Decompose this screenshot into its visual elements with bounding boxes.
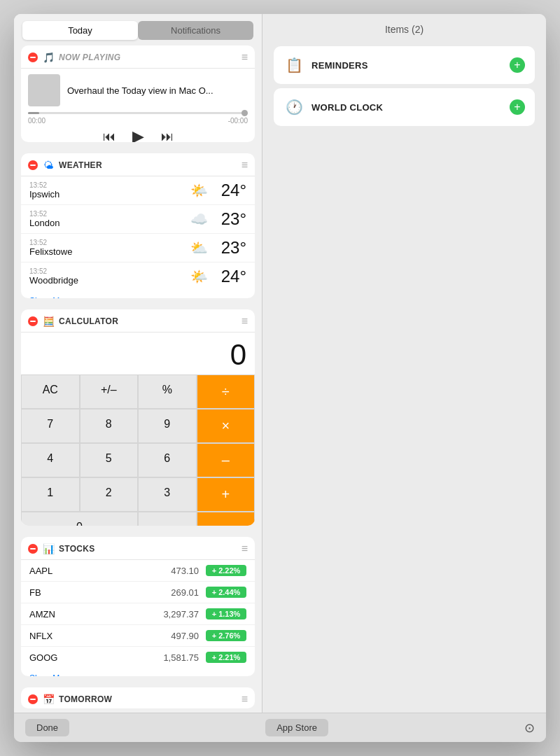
remove-tomorrow-btn[interactable] (28, 694, 38, 704)
stock-symbol: GOOG (29, 652, 163, 663)
stocks-widget: 📊 STOCKS ≡ AAPL 473.10 + 2.22% FB 269.01… (21, 537, 255, 676)
calc-btn-[interactable]: % (138, 374, 197, 409)
calculator-header: 🧮 CALCULATOR ≡ (21, 309, 255, 332)
stock-row: GOOG 1,581.75 + 2.21% (21, 647, 255, 668)
weather-city: Woodbridge (29, 275, 183, 286)
right-widgets: 📋 REMINDERS + 🕐 WORLD CLOCK + (262, 42, 546, 130)
calc-btn-9[interactable]: 9 (138, 409, 197, 443)
done-button[interactable]: Done (25, 719, 69, 736)
weather-row: 13:52 Ipswich 🌤️ 24° (21, 176, 255, 205)
stock-row: AAPL 473.10 + 2.22% (21, 560, 255, 582)
tomorrow-icon: 📅 (42, 693, 55, 706)
remove-calculator-btn[interactable] (28, 316, 38, 326)
progress-bar[interactable] (28, 112, 248, 114)
stock-change: + 2.22% (206, 565, 246, 576)
calc-btn-2[interactable]: 2 (80, 477, 139, 512)
calc-btn-7[interactable]: 7 (21, 409, 80, 443)
tomorrow-menu[interactable]: ≡ (241, 694, 248, 705)
time-start: 00:00 (28, 117, 46, 125)
rewind-btn[interactable]: ⏮ (103, 130, 115, 142)
weather-location: 13:52 Ipswich (29, 181, 183, 200)
stock-price: 473.10 (171, 566, 199, 576)
calculator-menu[interactable]: ≡ (241, 316, 248, 327)
calc-btn-1[interactable]: 1 (21, 477, 80, 512)
right-widget-item: 📋 REMINDERS + (274, 46, 535, 84)
stock-change: + 2.44% (206, 587, 246, 598)
weather-row: 13:52 Woodbridge 🌤️ 24° (21, 262, 255, 290)
add-widget-btn[interactable]: + (510, 99, 525, 115)
now-playing-widget: 🎵 NOW PLAYING ≡ Overhaul the Today view … (21, 46, 255, 142)
settings-icon[interactable]: ⊙ (524, 720, 535, 736)
stocks-show-more[interactable]: Show More... (21, 668, 255, 676)
album-art (28, 74, 60, 106)
calc-btn-3[interactable]: 3 (138, 477, 197, 512)
items-header: Items (2) (262, 14, 546, 42)
weather-menu[interactable]: ≡ (241, 160, 248, 171)
tabs-container: Today Notifications (14, 14, 262, 40)
weather-condition-icon: ☁️ (190, 211, 208, 227)
stock-change: + 2.21% (206, 652, 246, 663)
calc-btn-0[interactable]: 0 (21, 512, 138, 526)
weather-time: 13:52 (29, 181, 183, 189)
calc-btn-8[interactable]: 8 (80, 409, 139, 443)
app-store-button[interactable]: App Store (265, 719, 328, 736)
calculator-widget: 🧮 CALCULATOR ≡ 0 AC+/–%÷789×456–123+0.= (21, 309, 255, 526)
time-labels: 00:00 -00:00 (28, 117, 248, 125)
weather-city: Ipswich (29, 189, 183, 200)
calc-btn-4[interactable]: 4 (21, 443, 80, 477)
calc-btn-[interactable]: +/– (80, 374, 139, 409)
tomorrow-header: 📅 TOMORROW ≡ (21, 687, 255, 708)
play-btn[interactable]: ▶ (132, 129, 144, 142)
now-playing-menu[interactable]: ≡ (241, 52, 248, 63)
weather-condition-icon: ⛅ (190, 239, 208, 256)
right-widget-icon: 📋 (284, 55, 304, 76)
weather-condition-icon: 🌤️ (190, 182, 208, 199)
calc-btn-[interactable]: ÷ (197, 374, 255, 409)
weather-city: Felixstowe (29, 246, 183, 257)
stock-rows: AAPL 473.10 + 2.22% FB 269.01 + 2.44% AM… (21, 560, 255, 668)
weather-location: 13:52 Felixstowe (29, 239, 183, 257)
remove-now-playing-btn[interactable] (28, 52, 38, 62)
stocks-menu[interactable]: ≡ (241, 543, 248, 554)
now-playing-title: NOW PLAYING (59, 52, 241, 62)
right-widget-item: 🕐 WORLD CLOCK + (274, 88, 535, 126)
calc-btn-[interactable]: = (197, 512, 255, 526)
right-widget-icon: 🕐 (284, 97, 304, 118)
tomorrow-widget: 📅 TOMORROW ≡ (21, 687, 255, 708)
calc-btn-[interactable]: × (197, 409, 255, 443)
calc-btn-6[interactable]: 6 (138, 443, 197, 477)
calc-btn-AC[interactable]: AC (21, 374, 80, 409)
stock-price: 497.90 (171, 631, 199, 641)
weather-rows: 13:52 Ipswich 🌤️ 24° 13:52 London ☁️ 23°… (21, 176, 255, 290)
time-end: -00:00 (228, 117, 248, 125)
remove-stocks-btn[interactable] (28, 544, 38, 554)
calc-btn-[interactable]: + (197, 477, 255, 512)
weather-title: WEATHER (59, 160, 241, 170)
forward-btn[interactable]: ⏭ (161, 130, 174, 142)
remove-weather-btn[interactable] (28, 160, 38, 170)
weather-temperature: 24° (215, 267, 246, 286)
calc-btn-5[interactable]: 5 (80, 443, 139, 477)
right-widget-name: WORLD CLOCK (312, 102, 510, 113)
calc-btn-[interactable]: . (138, 512, 197, 526)
calculator-display: 0 (21, 332, 255, 374)
weather-temperature: 24° (215, 181, 246, 200)
add-widget-btn[interactable]: + (510, 57, 525, 73)
left-panel: Today Notifications 🎵 NOW PLAYING ≡ Over… (14, 14, 262, 713)
weather-row: 13:52 London ☁️ 23° (21, 205, 255, 234)
bottom-bar: Done App Store ⊙ (14, 713, 546, 742)
now-playing-top: Overhaul the Today view in Mac O... (28, 74, 248, 106)
stock-symbol: NFLX (29, 631, 171, 641)
weather-show-more[interactable]: Show More... (21, 290, 255, 298)
now-playing-header: 🎵 NOW PLAYING ≡ (21, 46, 255, 69)
right-widget-name: REMINDERS (312, 60, 510, 71)
stock-symbol: AMZN (29, 609, 163, 620)
tab-notifications[interactable]: Notifications (138, 21, 253, 40)
weather-icon: 🌤 (42, 159, 55, 172)
stock-price: 269.01 (171, 587, 199, 598)
stock-change: + 2.76% (206, 630, 246, 641)
right-panel: Items (2) 📋 REMINDERS + 🕐 WORLD CLOCK + (262, 14, 546, 713)
calc-btn-[interactable]: – (197, 443, 255, 477)
weather-temperature: 23° (215, 238, 246, 258)
tab-today[interactable]: Today (22, 21, 138, 40)
